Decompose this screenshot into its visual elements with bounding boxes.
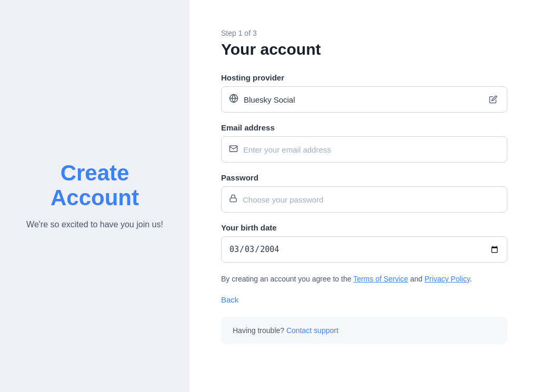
- email-field-wrapper: [221, 136, 507, 163]
- hosting-provider-value: Bluesky Social: [244, 95, 487, 104]
- lock-icon: [229, 194, 237, 205]
- globe-icon: [229, 94, 238, 105]
- right-panel: Step 1 of 3 Your account Hosting provide…: [189, 0, 539, 392]
- page-title: Your account: [221, 41, 507, 58]
- trouble-box: Having trouble? Contact support: [221, 317, 507, 344]
- birth-date-field-wrapper: [221, 236, 507, 263]
- hosting-provider-label: Hosting provider: [221, 73, 507, 82]
- hosting-provider-field[interactable]: Bluesky Social: [221, 86, 507, 113]
- back-link[interactable]: Back: [221, 295, 507, 304]
- trouble-text: Having trouble?: [233, 326, 286, 335]
- email-group: Email address: [221, 123, 507, 163]
- mail-icon: [229, 144, 238, 155]
- step-label: Step 1 of 3: [221, 29, 507, 37]
- privacy-policy-link[interactable]: Privacy Policy: [425, 275, 470, 283]
- svg-rect-2: [230, 198, 236, 202]
- email-input[interactable]: [243, 145, 500, 154]
- password-input[interactable]: [243, 195, 500, 204]
- password-field-wrapper: [221, 186, 507, 213]
- terms-text: By creating an account you agree to the …: [221, 273, 507, 285]
- terms-of-service-link[interactable]: Terms of Service: [353, 275, 408, 283]
- email-label: Email address: [221, 123, 507, 132]
- left-panel: CreateAccount We're so excited to have y…: [0, 0, 189, 392]
- left-panel-subtitle: We're so excited to have you join us!: [26, 218, 163, 231]
- password-group: Password: [221, 173, 507, 213]
- hosting-provider-edit-button[interactable]: [487, 93, 500, 106]
- hosting-provider-group: Hosting provider Bluesky Social: [221, 73, 507, 113]
- birth-date-input[interactable]: [229, 244, 500, 255]
- birth-date-label: Your birth date: [221, 223, 507, 232]
- password-label: Password: [221, 173, 507, 182]
- birth-date-group: Your birth date: [221, 223, 507, 263]
- left-panel-title: CreateAccount: [51, 161, 139, 209]
- contact-support-link[interactable]: Contact support: [286, 326, 338, 335]
